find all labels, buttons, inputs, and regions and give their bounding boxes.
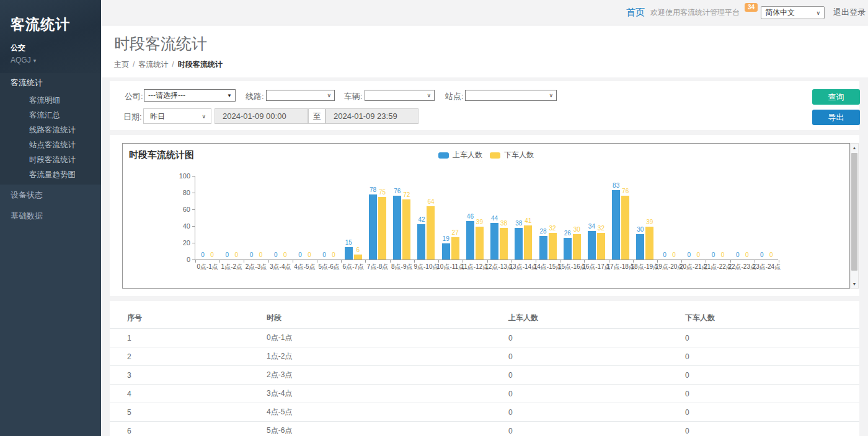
boarding-bar[interactable] — [369, 194, 377, 259]
line-select[interactable]: ∨ — [266, 90, 335, 101]
welcome-text: 欢迎使用客流统计管理平台 — [650, 7, 740, 18]
user-menu[interactable]: AQGJ▾ — [11, 56, 101, 64]
alighting-bar[interactable] — [427, 206, 435, 259]
table-cell: 2点-3点 — [249, 366, 491, 385]
alighting-bar[interactable] — [378, 197, 386, 259]
sidebar-subitem-2[interactable]: 客流汇总 — [0, 108, 101, 123]
bar-value-label: 0 — [689, 251, 707, 258]
sidebar: 客流统计 公交 AQGJ▾ 客流统计客流明细客流汇总线路客流统计站点客流统计时段… — [0, 0, 101, 436]
bar-value-label: 39 — [640, 219, 659, 225]
bar-value-label: 27 — [446, 229, 464, 236]
alighting-bar[interactable] — [451, 237, 459, 259]
caret-down-icon: ▾ — [33, 58, 37, 64]
bar-value-label: 32 — [591, 225, 610, 232]
boarding-bar[interactable] — [393, 196, 401, 259]
bar-value-label: 0 — [227, 251, 246, 258]
bar-value-label: 75 — [373, 189, 392, 196]
station-label: 站点: — [445, 91, 464, 102]
home-link[interactable]: 首页 — [626, 7, 645, 19]
table-row: 43点-4点00 — [110, 385, 859, 403]
boarding-bar[interactable] — [539, 236, 547, 259]
table-cell: 0 — [668, 366, 859, 385]
bar-value-label: 0 — [203, 251, 221, 258]
alighting-bar[interactable] — [645, 227, 653, 259]
boarding-bar[interactable] — [466, 221, 474, 259]
company-value: ---请选择--- — [148, 90, 185, 101]
language-select[interactable]: 简体中文 ∨ — [761, 6, 825, 19]
date-to-label: 至 — [308, 108, 326, 124]
boarding-bar[interactable] — [442, 243, 450, 259]
boarding-bar[interactable] — [588, 231, 596, 259]
table-cell: 0 — [491, 347, 668, 366]
sidebar-subitem-3[interactable]: 线路客流统计 — [0, 123, 101, 137]
bar-value-label: 30 — [567, 226, 586, 233]
station-select[interactable]: ∨ — [465, 90, 557, 101]
breadcrumb-item-3: 时段客流统计 — [178, 60, 223, 69]
bar-value-label: 0 — [324, 251, 343, 258]
scroll-up-icon[interactable]: ▲ — [851, 146, 858, 150]
alighting-bar[interactable] — [476, 227, 484, 259]
date-preset-value: 昨日 — [150, 111, 165, 121]
legend-item[interactable]: 下车人数 — [490, 150, 534, 160]
y-axis-tick-mark — [192, 176, 195, 177]
alighting-bar[interactable] — [621, 196, 629, 259]
query-button[interactable]: 查询 — [812, 89, 860, 105]
table-cell: 0 — [491, 385, 668, 403]
boarding-bar[interactable] — [515, 228, 523, 259]
chart-vertical-scrollbar[interactable]: ▲ ▼ — [850, 143, 859, 289]
y-axis-tick-mark — [192, 243, 195, 243]
table-cell: 0 — [491, 422, 668, 436]
sidebar-section-2[interactable]: 设备状态 — [0, 185, 101, 206]
sidebar-section-3[interactable]: 基础数据 — [0, 206, 101, 227]
boarding-bar[interactable] — [636, 234, 644, 259]
scrollbar-thumb[interactable] — [851, 153, 857, 271]
alighting-bar[interactable] — [524, 225, 532, 259]
boarding-bar[interactable] — [612, 190, 620, 259]
table-row: 65点-6点00 — [110, 422, 859, 436]
table-cell: 0 — [668, 422, 859, 436]
alighting-bar[interactable] — [402, 199, 410, 259]
vehicle-label: 车辆: — [344, 91, 363, 102]
table-header-cell: 上车人数 — [491, 308, 668, 329]
date-end-input[interactable]: 2024-01-09 23:59 — [326, 108, 418, 124]
company-select[interactable]: ---请选择--- ▼ — [144, 89, 236, 102]
legend-item[interactable]: 上车人数 — [438, 150, 482, 160]
vehicle-select[interactable]: ∨ — [365, 90, 435, 101]
alighting-bar[interactable] — [549, 233, 557, 259]
sidebar-subitem-5[interactable]: 时段客流统计 — [0, 152, 101, 167]
sidebar-header: 客流统计 公交 AQGJ▾ — [0, 0, 101, 73]
scroll-down-icon[interactable]: ▼ — [851, 282, 858, 286]
table-header-cell: 序号 — [110, 308, 249, 329]
sidebar-subitem-1[interactable]: 客流明细 — [0, 93, 101, 108]
boarding-bar[interactable] — [490, 223, 498, 259]
alighting-bar[interactable] — [500, 228, 508, 259]
breadcrumb-item-1[interactable]: 主页 — [114, 60, 129, 69]
topbar: 首页 欢迎使用客流统计管理平台 34 简体中文 ∨ 退出登录 — [101, 0, 868, 25]
y-axis-tick-label: 0 — [166, 256, 190, 263]
alighting-bar[interactable] — [573, 234, 581, 259]
y-axis-tick-label: 60 — [166, 206, 190, 213]
table-cell: 0 — [668, 403, 859, 422]
table-row: 32点-3点00 — [110, 366, 859, 385]
dropdown-arrow-icon: ▼ — [227, 93, 232, 98]
alighting-bar[interactable] — [354, 255, 362, 259]
logout-link[interactable]: 退出登录 — [833, 7, 866, 18]
sidebar-subitem-4[interactable]: 站点客流统计 — [0, 137, 101, 152]
breadcrumb-item-2[interactable]: 客流统计 — [138, 60, 168, 69]
user-name: AQGJ — [11, 56, 31, 64]
notification-badge[interactable]: 34 — [745, 3, 758, 12]
date-preset-select[interactable]: 昨日 ∨ — [143, 108, 211, 124]
table-header-cell: 时段 — [249, 308, 491, 329]
app-logo: 客流统计 — [11, 15, 101, 34]
table-row: 10点-1点00 — [110, 329, 859, 347]
bar-value-label: 64 — [422, 198, 440, 205]
alighting-bar[interactable] — [597, 233, 605, 259]
bar-chart-plot: 0204060801000000001578764219464438282634… — [195, 176, 778, 260]
sidebar-section-1[interactable]: 客流统计 — [0, 73, 101, 93]
boarding-bar[interactable] — [564, 238, 572, 259]
sidebar-subitem-6[interactable]: 客流量趋势图 — [0, 167, 101, 182]
date-start-input[interactable]: 2024-01-09 00:00 — [215, 108, 308, 124]
table-cell: 3点-4点 — [249, 385, 491, 403]
export-button[interactable]: 导出 — [812, 110, 860, 125]
boarding-bar[interactable] — [417, 224, 425, 259]
